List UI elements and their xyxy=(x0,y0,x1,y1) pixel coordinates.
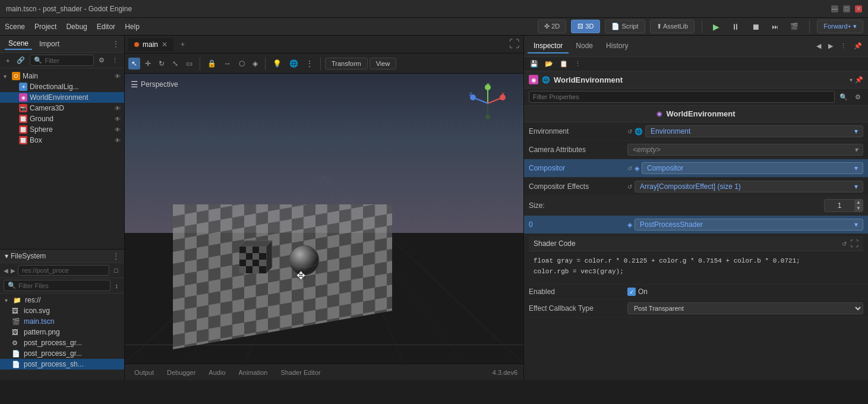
movie-button[interactable]: 🎬 xyxy=(787,20,802,33)
play-button[interactable]: ▶ xyxy=(709,20,723,34)
tool-snap[interactable]: ⬡ xyxy=(236,58,248,70)
cam-value-btn[interactable]: <empty> ▾ xyxy=(627,144,863,156)
inspector-pin[interactable]: 📌 xyxy=(851,41,864,51)
status-audio[interactable]: Audio xyxy=(205,368,229,377)
filter-options-btn[interactable]: ⚙ xyxy=(853,92,863,102)
view-button[interactable]: View xyxy=(370,58,397,70)
perspective-label[interactable]: ☰ Perspective xyxy=(131,80,178,89)
status-output[interactable]: Output xyxy=(131,368,157,377)
fs-item-res[interactable]: ▾ 📁 res:// xyxy=(0,295,124,305)
enabled-checkbox[interactable]: ✓ xyxy=(627,288,636,296)
viewport-tab-add[interactable]: + xyxy=(176,38,190,51)
comp-icon[interactable]: ◈ xyxy=(635,165,639,172)
link-node-button[interactable]: 🔗 xyxy=(14,55,27,65)
tree-item-ground[interactable]: ▸ ⬜ Ground 👁 xyxy=(0,113,124,124)
fs-toggle-btn[interactable]: □ xyxy=(112,266,121,275)
item0-icon[interactable]: ◈ xyxy=(627,221,632,229)
inspector-options[interactable]: ⋮ xyxy=(838,41,849,51)
node-pin-icon[interactable]: 📌 xyxy=(855,76,863,84)
add-node-button[interactable]: + xyxy=(4,56,12,65)
transform-button[interactable]: Transform xyxy=(325,58,368,70)
tool-select[interactable]: ↖ xyxy=(128,58,140,70)
tree-item-dirlight[interactable]: ▸ ☀ DirectionalLig... xyxy=(0,81,124,92)
tool-group[interactable]: ↔ xyxy=(221,58,234,70)
stepper-down[interactable]: ▼ xyxy=(854,206,863,212)
stepper-up[interactable]: ▲ xyxy=(854,200,863,206)
filter-properties-input[interactable] xyxy=(529,91,835,103)
tool-lights[interactable]: 💡 xyxy=(270,58,285,70)
insp-copy[interactable]: 📋 xyxy=(557,59,570,69)
size-input[interactable] xyxy=(825,201,854,210)
env-value-btn[interactable]: Environment ▾ xyxy=(645,125,863,137)
fs-item-ppsh[interactable]: 📄 post_process_sh... xyxy=(0,359,124,370)
menu-debug[interactable]: Debug xyxy=(66,23,87,31)
tree-item-worldenv[interactable]: ▸ ◉ WorldEnvironment xyxy=(0,92,124,103)
status-shader-editor[interactable]: Shader Editor xyxy=(277,368,324,377)
eye-icon-camera[interactable]: 👁 xyxy=(115,105,121,112)
node-expand-btn[interactable]: ▾ xyxy=(850,77,853,83)
fs-panel-header[interactable]: ▾ FileSystem ⋮ xyxy=(0,250,124,263)
tree-item-main[interactable]: ▾ O Main 👁 xyxy=(0,71,124,81)
filter-input-scene[interactable]: 🔍 Filter xyxy=(30,55,94,66)
fs-item-main[interactable]: 🎬 main.tscn xyxy=(0,316,124,327)
fs-item-icon[interactable]: 🖼 icon.svg xyxy=(0,305,124,316)
tool-env[interactable]: 🌐 xyxy=(286,58,301,70)
env-reset-btn[interactable]: ↺ xyxy=(627,128,632,135)
mode-2d-button[interactable]: ✜ 2D xyxy=(538,20,566,33)
tree-item-box[interactable]: ▸ ⬜ Box 👁 xyxy=(0,135,124,146)
tab-history[interactable]: History xyxy=(600,39,634,53)
eye-icon-box[interactable]: 👁 xyxy=(115,137,121,144)
menu-help[interactable]: Help xyxy=(125,23,140,31)
stop-button[interactable]: ⏹ xyxy=(748,20,763,34)
mode-assetlib-button[interactable]: ⬆ AssetLib xyxy=(650,20,695,33)
scene-options[interactable]: ⚙ xyxy=(96,55,107,65)
tree-item-sphere[interactable]: ▸ ⬜ Sphere 👁 xyxy=(0,124,124,135)
filter-search-btn[interactable]: 🔍 xyxy=(837,92,850,102)
menu-scene[interactable]: Scene xyxy=(5,23,25,31)
viewport-fullscreen[interactable]: ⛶ xyxy=(509,38,520,50)
fs-back-btn[interactable]: ◀ xyxy=(4,267,8,274)
minimize-button[interactable]: — xyxy=(831,5,838,12)
viewport-tab-main[interactable]: main ✕ xyxy=(128,38,173,51)
eye-icon-ground[interactable]: 👁 xyxy=(115,116,121,122)
tool-lock[interactable]: 🔒 xyxy=(204,58,219,70)
insp-open[interactable]: 📂 xyxy=(542,59,555,69)
tab-inspector[interactable]: Inspector xyxy=(528,39,569,53)
tool-more[interactable]: ⋮ xyxy=(303,58,316,70)
eye-icon-sphere[interactable]: 👁 xyxy=(115,127,121,133)
tool-scale[interactable]: ⤡ xyxy=(169,58,181,70)
mode-3d-button[interactable]: ⚄ 3D xyxy=(571,20,600,33)
env-world-btn[interactable]: 🌐 xyxy=(635,128,643,135)
callback-type-select[interactable]: Post Transparent Pre Transparent Post Sk… xyxy=(627,302,863,314)
menu-project[interactable]: Project xyxy=(34,23,56,31)
insp-more[interactable]: ⋮ xyxy=(572,59,583,69)
tab-import[interactable]: Import xyxy=(36,39,63,49)
fs-item-ppgr2[interactable]: 📄 post_process_gr... xyxy=(0,348,124,359)
shader-expand-btn[interactable]: ⛶ xyxy=(850,239,858,248)
insp-save[interactable]: 💾 xyxy=(528,59,541,69)
tool-move[interactable]: ✛ xyxy=(142,58,154,70)
3d-viewport[interactable]: ✥ ☰ Perspective xyxy=(125,74,523,364)
eye-icon-main[interactable]: 👁 xyxy=(115,73,121,80)
inspector-forward[interactable]: ▶ xyxy=(826,41,835,51)
scene-more[interactable]: ⋮ xyxy=(109,55,121,65)
step-button[interactable]: ⏭ xyxy=(768,21,782,33)
fs-panel-menu[interactable]: ⋮ xyxy=(112,252,119,260)
tab-close-btn[interactable]: ✕ xyxy=(162,40,168,49)
scene-panel-menu[interactable]: ⋮ xyxy=(112,40,119,48)
fs-item-pattern[interactable]: 🖼 pattern.png xyxy=(0,327,124,337)
fs-sort-btn[interactable]: ↕ xyxy=(113,281,121,291)
compeff-reset-btn[interactable]: ↺ xyxy=(627,184,632,190)
fs-item-ppgr1[interactable]: ⚙ post_process_gr... xyxy=(0,337,124,348)
tool-transform2[interactable]: ▭ xyxy=(183,58,195,70)
shader-reset-btn[interactable]: ↺ xyxy=(842,241,847,247)
status-animation[interactable]: Animation xyxy=(235,368,272,377)
tool-rotate[interactable]: ↻ xyxy=(156,58,168,70)
tree-item-camera[interactable]: ▸ 📷 Camera3D 👁 xyxy=(0,103,124,113)
renderer-button[interactable]: Forward+ ▾ xyxy=(817,20,863,33)
fs-forward-btn[interactable]: ▶ xyxy=(11,267,15,274)
fs-filter-input[interactable]: 🔍 Filter Files xyxy=(4,280,111,291)
tool-world[interactable]: ◈ xyxy=(250,58,261,70)
item0-value-btn[interactable]: PostProcessShader ▾ xyxy=(635,219,863,231)
compeff-value-btn[interactable]: Array[CompositorEffect] (size 1) ▾ xyxy=(635,181,863,192)
